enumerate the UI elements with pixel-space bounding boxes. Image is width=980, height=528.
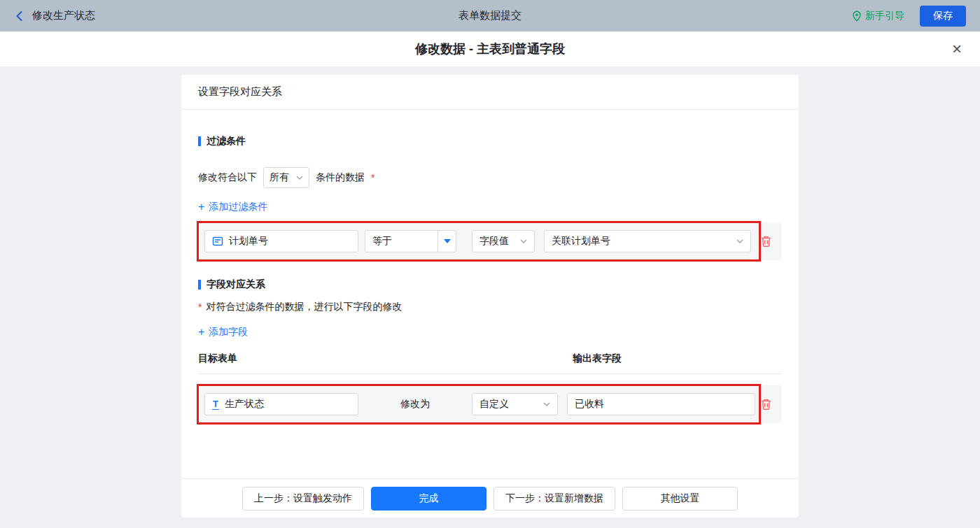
beginner-guide-link[interactable]: 新手引导 xyxy=(852,10,904,22)
custom-value-input[interactable]: 已收料 xyxy=(567,393,755,415)
filter-field-value: 计划单号 xyxy=(229,235,268,248)
top-bar: 修改生产状态 表单数据提交 新手引导 保存 xyxy=(0,0,980,31)
add-field-label: 添加字段 xyxy=(209,326,248,338)
modal-header: 修改数据 - 主表到普通字段 × xyxy=(0,31,980,66)
filter-condition-line: 修改符合以下 所有 条件的数据 * xyxy=(198,167,782,188)
chevron-down-icon xyxy=(543,402,550,406)
add-field-link[interactable]: + 添加字段 xyxy=(198,326,248,338)
plus-icon: + xyxy=(198,201,204,213)
add-filter-condition-link[interactable]: + 添加过滤条件 xyxy=(198,201,267,213)
chevron-down-icon xyxy=(520,239,527,243)
form-field-icon xyxy=(212,236,223,247)
prev-step-button[interactable]: 上一步：设置触发动作 xyxy=(242,487,364,511)
page-title: 表单数据提交 xyxy=(238,9,742,22)
done-button[interactable]: 完成 xyxy=(371,487,486,511)
topbar-right: 新手引导 保存 xyxy=(742,6,966,27)
condition-suffix: 条件的数据 xyxy=(316,171,365,184)
guide-label: 新手引导 xyxy=(865,10,904,22)
modify-mode-select[interactable]: 自定义 xyxy=(472,393,558,415)
settings-card: 设置字段对应关系 过滤条件 修改符合以下 所有 条件的数据 * + 添加过滤条件 xyxy=(181,75,799,518)
next-step-button[interactable]: 下一步：设置新增数据 xyxy=(493,487,615,511)
modal-title: 修改数据 - 主表到普通字段 xyxy=(415,41,565,57)
column-target-form: 目标表单 xyxy=(198,352,573,365)
add-filter-label: 添加过滤条件 xyxy=(209,201,267,213)
condition-prefix: 修改符合以下 xyxy=(198,171,257,184)
condition-scope-value: 所有 xyxy=(270,171,289,184)
value-field-select[interactable]: 关联计划单号 xyxy=(544,230,751,252)
mapping-column-headers: 目标表单 输出表字段 xyxy=(198,352,782,374)
panel-title: 设置字段对应关系 xyxy=(181,75,799,110)
operator-value: 等于 xyxy=(365,231,438,252)
mapping-description-line: * 对符合过滤条件的数据，进行以下字段的修改 xyxy=(198,301,782,313)
operator-select[interactable]: 等于 xyxy=(365,230,456,252)
mapping-section-heading: 字段对应关系 xyxy=(198,278,782,291)
location-pin-icon xyxy=(852,10,862,22)
modal-content: 设置字段对应关系 过滤条件 修改符合以下 所有 条件的数据 * + 添加过滤条件 xyxy=(0,75,980,528)
target-field-value: 生产状态 xyxy=(225,398,264,411)
back-chevron-icon xyxy=(14,10,25,22)
custom-value: 已收料 xyxy=(575,398,604,411)
delete-filter-row-button[interactable] xyxy=(760,235,772,248)
value-type-select[interactable]: 字段值 xyxy=(472,230,535,252)
panel-footer: 上一步：设置触发动作 完成 下一步：设置新增数据 其他设置 xyxy=(181,478,799,518)
chevron-down-icon xyxy=(736,239,743,243)
column-output-field: 输出表字段 xyxy=(573,352,622,365)
close-icon[interactable]: × xyxy=(952,41,962,57)
chevron-down-icon xyxy=(296,176,303,180)
trash-icon xyxy=(760,398,772,411)
filter-condition-row: 计划单号 等于 字段值 关联计划单号 xyxy=(198,222,782,260)
modify-mode-value: 自定义 xyxy=(479,398,509,411)
save-button[interactable]: 保存 xyxy=(920,6,966,27)
value-type-value: 字段值 xyxy=(479,235,509,248)
condition-scope-select[interactable]: 所有 xyxy=(263,167,309,188)
required-asterisk: * xyxy=(198,301,202,313)
target-field-input[interactable]: T 生产状态 xyxy=(204,393,358,415)
back-button[interactable] xyxy=(14,10,25,22)
modify-to-label: 修改为 xyxy=(358,398,472,411)
panel-body: 过滤条件 修改符合以下 所有 条件的数据 * + 添加过滤条件 xyxy=(181,110,799,478)
delete-mapping-row-button[interactable] xyxy=(760,398,772,411)
flow-title: 修改生产状态 xyxy=(32,9,95,22)
text-field-icon: T xyxy=(212,399,219,410)
topbar-left: 修改生产状态 xyxy=(14,9,238,22)
other-settings-button[interactable]: 其他设置 xyxy=(622,487,738,511)
field-mapping-row: T 生产状态 修改为 自定义 已收料 xyxy=(198,385,782,423)
operator-caret-button[interactable] xyxy=(438,231,456,252)
filter-field-input[interactable]: 计划单号 xyxy=(204,230,358,252)
value-field-value: 关联计划单号 xyxy=(552,235,610,248)
caret-down-icon xyxy=(444,239,451,243)
required-asterisk: * xyxy=(371,172,374,183)
mapping-description: 对符合过滤条件的数据，进行以下字段的修改 xyxy=(206,301,402,313)
trash-icon xyxy=(760,235,772,248)
plus-icon: + xyxy=(198,327,204,338)
filter-section-heading: 过滤条件 xyxy=(198,135,782,148)
